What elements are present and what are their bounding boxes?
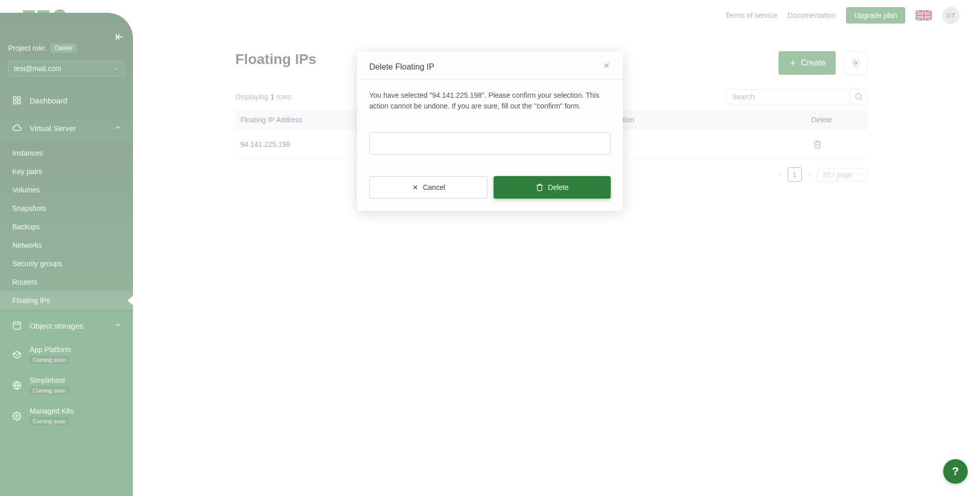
modal-close-button[interactable] [603, 61, 611, 72]
close-icon [603, 61, 611, 70]
modal-body: You have selected "94.141.225.198". Plea… [357, 80, 623, 167]
confirm-input[interactable] [369, 132, 611, 155]
modal-actions: Cancel Delete [357, 167, 623, 211]
cancel-button-label: Cancel [423, 183, 446, 191]
help-fab-button[interactable]: ? [943, 459, 968, 484]
delete-button-label: Delete [548, 183, 568, 191]
modal-title: Delete Floating IP [369, 62, 434, 72]
trash-icon [536, 183, 544, 191]
delete-floating-ip-modal: Delete Floating IP You have selected "94… [357, 51, 623, 211]
modal-overlay[interactable]: Delete Floating IP You have selected "94… [0, 0, 980, 496]
modal-header: Delete Floating IP [357, 51, 623, 80]
close-icon [412, 184, 419, 191]
cancel-button[interactable]: Cancel [369, 176, 487, 199]
modal-message: You have selected "94.141.225.198". Plea… [369, 90, 611, 112]
help-icon: ? [952, 465, 959, 478]
delete-button[interactable]: Delete [494, 176, 611, 199]
